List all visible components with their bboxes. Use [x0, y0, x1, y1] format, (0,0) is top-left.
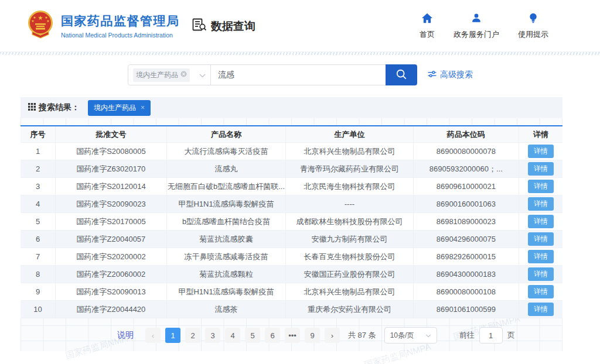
goto-page-input[interactable] — [479, 327, 503, 344]
category-tag-label: 境内生产药品 — [136, 70, 178, 80]
table-cell: 国药准字S20200002 — [56, 248, 167, 266]
table-cell: 成都欧林生物科技股份有限公司 — [286, 213, 413, 231]
page-button-9[interactable]: 9 — [305, 328, 320, 343]
table-cell: 详情 — [519, 213, 562, 231]
page-button-5[interactable]: 5 — [245, 328, 260, 343]
table-cell: 国药准字S20120014 — [56, 178, 167, 195]
grid-icon — [28, 102, 36, 113]
table-cell: 冻干鼻喷流感减毒活疫苗 — [167, 248, 287, 266]
results-bar: 搜索结果： 境内生产药品 × — [21, 97, 562, 118]
page-button-2[interactable]: 2 — [185, 328, 200, 343]
goto-suffix-label: 页 — [507, 330, 515, 341]
table-cell: 青海帝玛尔藏药药业有限公司 — [286, 160, 413, 178]
header: ★ ★ ★ ★ ★ 国家药品监督管理局 National Medical Pro… — [0, 0, 600, 51]
search-button[interactable] — [386, 64, 417, 85]
table-cell: 国药准字Z20060002 — [56, 266, 167, 283]
column-header: 药品本位码 — [414, 126, 519, 143]
advanced-search-label: 高级搜索 — [440, 70, 473, 80]
column-header: 序号 — [21, 126, 56, 143]
org-title: 国家药品监督管理局 — [61, 13, 180, 29]
chevron-down-icon — [199, 70, 206, 80]
column-header: 生产单位 — [286, 126, 413, 143]
table-cell: 北京科兴生物制品有限公司 — [286, 143, 413, 160]
data-query-icon — [192, 18, 207, 34]
national-emblem-icon: ★ ★ ★ ★ ★ — [27, 10, 54, 42]
table-row: 6国药准字Z20040057菊蓝抗流感胶囊安徽九方制药有限公司869042960… — [21, 231, 562, 248]
lightbulb-icon — [529, 13, 538, 26]
header-nav: 首页 政务服务门户 使 — [420, 13, 548, 40]
page-button-4[interactable]: 4 — [225, 328, 240, 343]
page-size-select[interactable]: 10条/页 — [384, 327, 437, 344]
search-icon — [396, 68, 407, 82]
detail-button[interactable]: 详情 — [528, 303, 554, 316]
app-title-text: 数据查询 — [211, 19, 255, 34]
category-select[interactable]: 境内生产药品 — [128, 64, 211, 85]
svg-text:★: ★ — [31, 19, 34, 23]
nav-item-service-portal[interactable]: 政务服务门户 — [454, 13, 499, 40]
table-cell: 安徽九方制药有限公司 — [286, 231, 413, 248]
prev-page-button[interactable]: ‹ — [145, 328, 161, 343]
next-page-button[interactable]: › — [325, 328, 340, 343]
page-button-3[interactable]: 3 — [205, 328, 220, 343]
column-header: 批准文号 — [56, 126, 167, 143]
search-section: 境内生产药品 — [128, 64, 473, 85]
page-button-6[interactable]: 6 — [265, 328, 280, 343]
detail-button[interactable]: 详情 — [528, 232, 554, 246]
table-cell: 详情 — [519, 301, 562, 318]
detail-button[interactable]: 详情 — [528, 145, 554, 158]
table-cell: 国药准字S20090013 — [56, 283, 167, 301]
nav-label: 政务服务门户 — [454, 29, 499, 40]
note-link[interactable]: 说明 — [117, 330, 134, 341]
table-body: 1国药准字S20080005大流行流感病毒灭活疫苗北京科兴生物制品有限公司869… — [21, 143, 562, 318]
nav-item-home[interactable]: 首页 — [420, 13, 435, 40]
advanced-search-link[interactable]: 高级搜索 — [428, 70, 473, 80]
table-row: 5国药准字S20170005b型流感嗜血杆菌结合疫苗成都欧林生物科技股份有限公司… — [21, 213, 562, 231]
detail-button[interactable]: 详情 — [528, 250, 554, 263]
nav-item-usage-tips[interactable]: 使用提示 — [518, 13, 548, 40]
detail-button[interactable]: 详情 — [528, 162, 554, 176]
table-cell: 3 — [21, 178, 56, 195]
detail-button[interactable]: 详情 — [528, 267, 554, 281]
table-cell: 详情 — [519, 143, 562, 160]
table-cell: 9 — [21, 283, 56, 301]
table-cell: 详情 — [519, 266, 562, 283]
detail-button[interactable]: 详情 — [528, 215, 554, 228]
page-buttons: 123456•••9 — [163, 328, 322, 343]
table-row: 7国药准字S20200002冻干鼻喷流感减毒活疫苗长春百克生物科技股份公司869… — [21, 248, 562, 266]
table-row: 1国药准字S20080005大流行流感病毒灭活疫苗北京科兴生物制品有限公司869… — [21, 143, 562, 160]
tag-remove-icon[interactable] — [180, 71, 187, 79]
table-cell: 5 — [21, 213, 56, 231]
filter-tag[interactable]: 境内生产药品 × — [88, 100, 151, 116]
table-row: 10国药准字Z20044420流感茶重庆希尔安药业有限公司86901061000… — [21, 301, 562, 318]
pagination: 说明 ‹ 123456•••9 › 共 87 条 10条/页 前往 页 — [21, 327, 562, 344]
table-cell: 86900080000078 — [414, 143, 519, 160]
table-header-row: 序号批准文号产品名称生产单位药品本位码详情 — [21, 126, 562, 143]
table-cell: 86900080000108 — [414, 283, 519, 301]
table-cell: 国药准字Z63020170 — [56, 160, 167, 178]
filter-sliders-icon — [428, 70, 437, 80]
table-cell: 详情 — [519, 283, 562, 301]
more-pages-button[interactable]: ••• — [285, 328, 300, 343]
column-header: 详情 — [519, 126, 562, 143]
table-cell: 国药准字Z20040057 — [56, 231, 167, 248]
svg-text:★: ★ — [38, 15, 43, 21]
detail-button[interactable]: 详情 — [528, 285, 554, 298]
table-cell: 国药准字S20090023 — [56, 195, 167, 213]
page-button-1[interactable]: 1 — [165, 328, 180, 343]
category-tag[interactable]: 境内生产药品 — [133, 68, 190, 82]
total-count-label: 共 87 条 — [348, 330, 376, 341]
search-input[interactable] — [211, 64, 386, 85]
tag-close-icon[interactable]: × — [141, 104, 145, 111]
table-cell: 流感丸 — [167, 160, 287, 178]
table-cell: 长春百克生物科技股份公司 — [286, 248, 413, 266]
table-cell: 详情 — [519, 248, 562, 266]
table-cell: 流感茶 — [167, 301, 287, 318]
table-cell: 86981089000023 — [414, 213, 519, 231]
table-cell: 2 — [21, 160, 56, 178]
detail-button[interactable]: 详情 — [528, 197, 554, 211]
column-header: 产品名称 — [167, 126, 287, 143]
table-cell: 国药准字S20170005 — [56, 213, 167, 231]
table-cell: 北京科兴生物制品有限公司 — [286, 283, 413, 301]
detail-button[interactable]: 详情 — [528, 180, 554, 193]
brand-logo-link[interactable]: ★ ★ ★ ★ ★ 国家药品监督管理局 National Medical Pro… — [27, 10, 180, 42]
